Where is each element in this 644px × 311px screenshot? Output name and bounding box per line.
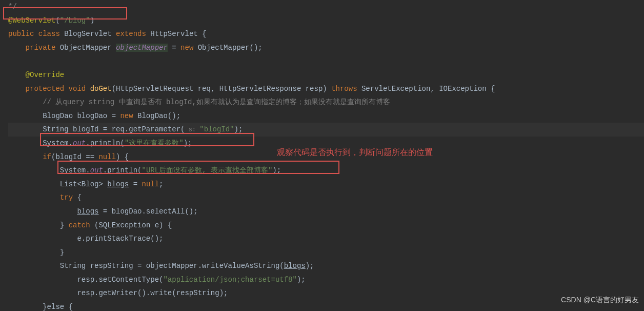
- code-line[interactable]: resp.setContentType("application/json;ch…: [8, 273, 644, 287]
- comment-fragment: */: [8, 3, 17, 11]
- code-line[interactable]: System.out.println("URL后面没有参数, 表示查找全部博客"…: [8, 164, 644, 178]
- code-line[interactable]: resp.getWriter().write(respString);: [8, 286, 644, 300]
- var-blogs: blogs: [284, 262, 306, 270]
- static-out: out: [73, 139, 86, 147]
- code-line[interactable]: List<Blog> blogs = null;: [8, 178, 644, 191]
- field-objectmapper: objectMapper: [116, 44, 168, 52]
- code-line[interactable]: // 从query string 中查询是否有 blogId,如果有就认为是查询…: [8, 95, 644, 109]
- code-line[interactable]: public class BlogServlet extends HttpSer…: [8, 27, 644, 41]
- comment-query: // 从query string 中查询是否有 blogId,如果有就认为是查询…: [43, 98, 390, 106]
- code-line-active[interactable]: String blogId = req.getParameter( s: "bl…: [8, 123, 644, 137]
- code-line[interactable]: BlogDao blogDao = new BlogDao();: [8, 109, 644, 123]
- static-out: out: [90, 166, 103, 174]
- annotation-webservlet: @WebServlet: [8, 16, 55, 25]
- code-line[interactable]: }else {: [8, 300, 644, 311]
- code-line[interactable]: @WebServlet("/blog"): [8, 14, 644, 28]
- code-line[interactable]: blogs = blogDao.selectAll();: [8, 205, 644, 219]
- code-line[interactable]: */: [8, 0, 644, 14]
- code-line-blank[interactable]: [8, 54, 644, 68]
- code-line[interactable]: } catch (SQLException e) {: [8, 219, 644, 232]
- code-line[interactable]: System.out.println("这里在查看参数");: [8, 137, 644, 150]
- code-line[interactable]: private ObjectMapper objectMapper = new …: [8, 41, 644, 55]
- method-doget: doGet: [90, 85, 112, 93]
- code-line[interactable]: protected void doGet(HttpServletRequest …: [8, 82, 644, 96]
- code-line[interactable]: }: [8, 246, 644, 260]
- annotation-override: @Override: [26, 71, 65, 79]
- param-hint: s:: [185, 126, 199, 133]
- code-line[interactable]: @Override: [8, 68, 644, 82]
- code-line[interactable]: try {: [8, 191, 644, 205]
- code-line[interactable]: String respString = objectMapper.writeVa…: [8, 259, 644, 273]
- code-line[interactable]: e.printStackTrace();: [8, 232, 644, 246]
- var-blogs: blogs: [77, 207, 98, 216]
- watermark-label: CSDN @C语言的好男友: [561, 293, 639, 307]
- var-blogs: blogs: [107, 180, 129, 188]
- code-line[interactable]: if(blogId == null) {: [8, 150, 644, 164]
